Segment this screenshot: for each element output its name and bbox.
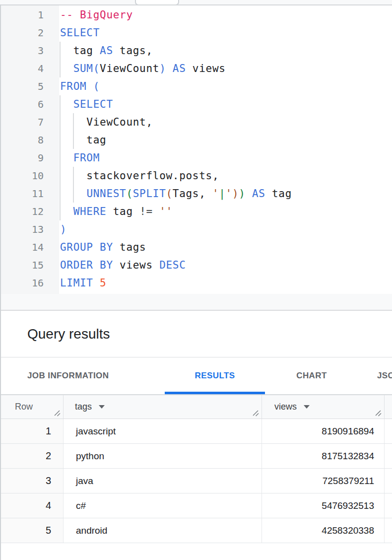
line-number: 1 [1, 6, 59, 24]
column-header-views-label: views [274, 402, 297, 412]
code-line[interactable]: tag AS tags, [60, 42, 392, 60]
tags-cell: python [64, 444, 262, 468]
line-number: 3 [1, 42, 59, 60]
column-resize-icon[interactable] [53, 409, 61, 417]
row-number-cell: 3 [0, 469, 64, 493]
tags-cell: javascript [64, 419, 262, 443]
tab-results[interactable]: RESULTS [165, 357, 265, 394]
tab-job-information[interactable]: JOB INFORMATION [27, 357, 109, 394]
line-number: 14 [1, 238, 59, 256]
results-header: Query results [0, 311, 392, 357]
line-number: 6 [1, 95, 59, 113]
code-line[interactable]: UNNEST(SPLIT(Tags, '|')) AS tag [60, 185, 392, 203]
row-number-cell: 5 [0, 518, 64, 543]
indent-guide [73, 113, 74, 149]
empty-cell [385, 419, 392, 443]
code-line[interactable]: ORDER BY views DESC [60, 256, 392, 274]
views-cell: 4258320338 [262, 518, 385, 543]
code-line[interactable]: ViewCount, [60, 113, 392, 131]
column-header-row-label: Row [15, 402, 33, 412]
editor-top-strip [0, 0, 392, 5]
empty-cell [385, 444, 392, 468]
table-row: 5 android 4258320338 [0, 518, 392, 543]
line-number: 10 [1, 167, 59, 185]
views-cell: 8190916894 [262, 419, 385, 443]
line-number: 4 [1, 60, 59, 77]
editor-tab-bottom [135, 0, 179, 5]
indent-guide [60, 42, 61, 77]
row-number-cell: 4 [0, 493, 64, 518]
empty-cell [385, 469, 392, 493]
tags-cell: android [64, 518, 262, 543]
code-line[interactable]: LIMIT 5 [60, 274, 392, 292]
tab-chart[interactable]: CHART [285, 357, 338, 394]
line-number: 11 [1, 185, 59, 203]
code-line[interactable]: stackoverflow.posts, [60, 167, 392, 185]
code-line[interactable]: WHERE tag != '' [60, 203, 392, 220]
line-number: 9 [1, 149, 59, 167]
editor-footer-strip [0, 294, 392, 311]
views-cell: 8175132834 [262, 444, 385, 468]
column-dropdown-icon[interactable] [304, 405, 310, 409]
tags-cell: java [64, 469, 262, 493]
tags-cell: c# [64, 493, 262, 518]
page-title: Query results [27, 326, 110, 342]
column-dropdown-icon[interactable] [99, 405, 105, 409]
table-row: 1 javascript 8190916894 [0, 419, 392, 444]
empty-cell [385, 493, 392, 518]
line-number: 13 [1, 220, 59, 238]
code-line[interactable]: SELECT [60, 95, 392, 113]
line-number: 12 [1, 203, 59, 220]
line-number: 8 [1, 131, 59, 149]
results-table: Row tags views 1 [0, 394, 392, 543]
column-resize-icon[interactable] [252, 409, 260, 417]
results-tab-bar: JOB INFORMATION RESULTS CHART JSON [0, 357, 392, 394]
column-header-empty [385, 395, 392, 419]
line-number: 15 [1, 256, 59, 274]
table-row: 4 c# 5476932513 [0, 493, 392, 518]
indent-guide [73, 167, 74, 203]
code-lines[interactable]: -- BigQuerySELECT tag AS tags, SUM(ViewC… [59, 5, 392, 294]
panel-left-border [0, 4, 1, 560]
bigquery-panel: 12345678910111213141516 -- BigQuerySELEC… [0, 0, 392, 560]
views-cell: 7258379211 [262, 469, 385, 493]
views-cell: 5476932513 [262, 493, 385, 518]
column-resize-icon[interactable] [374, 409, 382, 417]
code-line[interactable]: tag [60, 131, 392, 149]
code-line[interactable]: ) [60, 220, 392, 238]
column-header-views: views [262, 395, 385, 419]
line-number: 2 [1, 24, 59, 42]
code-line[interactable]: -- BigQuery [60, 6, 392, 24]
row-number-cell: 1 [0, 419, 64, 443]
table-row: 3 java 7258379211 [0, 469, 392, 493]
code-line[interactable]: FROM ( [60, 77, 392, 95]
code-line[interactable]: SELECT [60, 24, 392, 42]
row-number-cell: 2 [0, 444, 64, 468]
column-header-tags: tags [64, 395, 262, 419]
table-header-row: Row tags views [0, 395, 392, 419]
line-number: 7 [1, 113, 59, 131]
sql-editor[interactable]: 12345678910111213141516 -- BigQuerySELEC… [0, 5, 392, 294]
code-line[interactable]: FROM [60, 149, 392, 167]
line-number: 16 [1, 274, 59, 292]
code-line[interactable]: SUM(ViewCount) AS views [60, 60, 392, 77]
code-line[interactable]: GROUP BY tags [60, 238, 392, 256]
empty-cell [385, 518, 392, 543]
indent-guide [60, 95, 61, 220]
table-row: 2 python 8175132834 [0, 444, 392, 469]
tab-json[interactable]: JSON [377, 357, 392, 394]
line-numbers: 12345678910111213141516 [1, 5, 59, 294]
line-number: 5 [1, 77, 59, 95]
column-header-tags-label: tags [75, 402, 92, 412]
column-header-row: Row [0, 395, 64, 419]
